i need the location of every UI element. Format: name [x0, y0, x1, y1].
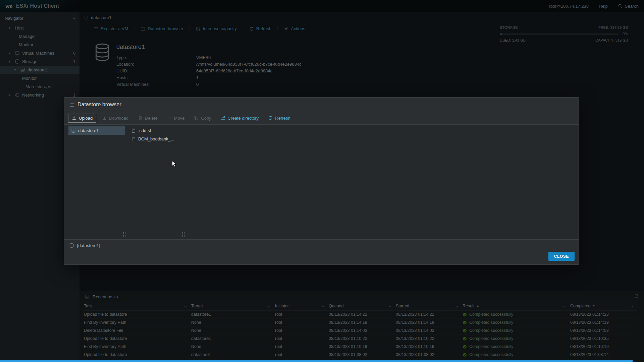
column-resize-grip[interactable] [123, 232, 126, 238]
file-item-label: .sdd.sf [138, 128, 151, 133]
folder-icon [69, 102, 74, 107]
file-item-sdd-sf[interactable]: .sdd.sf [128, 126, 192, 135]
modal-download-button: Download [98, 114, 132, 123]
selected-path: [datastore1] [77, 243, 100, 248]
dialog-title: Datastore browser [77, 102, 121, 108]
modal-button-label: Copy [201, 116, 211, 121]
modal-refresh-button[interactable]: Refresh [264, 114, 294, 123]
modal-copy-button: Copy [190, 114, 215, 123]
delete-icon [138, 116, 143, 120]
datastore-icon [69, 243, 74, 248]
modal-create-directory-button[interactable]: Create directory [217, 114, 262, 123]
column-resize-grip[interactable] [182, 232, 185, 238]
datastore-browser-dialog: Datastore browser UploadDownloadDeleteMo… [64, 97, 579, 265]
file-icon [131, 128, 136, 133]
folder-item-label: datastore1 [78, 128, 99, 133]
datastore-icon [71, 128, 76, 133]
modal-delete-button: Delete [134, 114, 161, 123]
dialog-status-bar: [datastore1] [64, 240, 579, 251]
dialog-header: Datastore browser [64, 98, 579, 112]
folder-plus-icon [221, 116, 225, 120]
upload-icon [72, 116, 76, 120]
file-item-bcm-bootbank[interactable]: BCM_bootbank_... [128, 135, 192, 143]
file-item-label: BCM_bootbank_... [138, 136, 174, 141]
file-browser: datastore1 .sdd.sfBCM_bootbank_... [64, 124, 579, 240]
move-icon [167, 116, 172, 120]
screen: vm ESXi Host Client root@100.74.17.238 H… [0, 0, 644, 362]
bottom-scrollbar[interactable] [0, 360, 633, 362]
modal-button-label: Refresh [275, 116, 290, 121]
close-button[interactable]: CLOSE [548, 252, 575, 261]
copy-icon [194, 116, 199, 120]
mouse-cursor [172, 161, 176, 167]
modal-button-label: Create directory [228, 116, 259, 121]
folder-column: datastore1 [64, 125, 125, 239]
folder-item-datastore1[interactable]: datastore1 [68, 126, 125, 135]
modal-button-label: Upload [79, 116, 93, 121]
file-column: .sdd.sfBCM_bootbank_... [125, 125, 192, 239]
file-icon [131, 137, 136, 141]
modal-upload-button[interactable]: Upload [68, 114, 96, 123]
refresh-icon [268, 116, 273, 120]
modal-button-label: Delete [145, 116, 158, 121]
modal-button-label: Download [109, 116, 128, 121]
modal-button-label: Move [174, 116, 185, 121]
modal-move-button: Move [163, 114, 189, 123]
dialog-toolbar: UploadDownloadDeleteMoveCopyCreate direc… [64, 112, 579, 124]
download-icon [102, 116, 107, 120]
